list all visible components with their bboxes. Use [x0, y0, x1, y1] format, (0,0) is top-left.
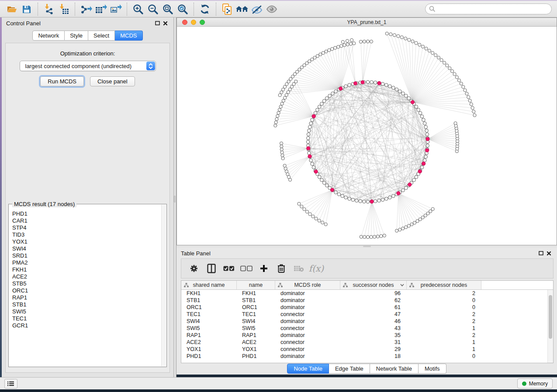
table-scrollbar-thumb[interactable] — [549, 295, 552, 339]
network-node[interactable] — [397, 34, 400, 38]
network-node[interactable] — [320, 179, 324, 182]
network-node[interactable] — [401, 227, 405, 230]
network-node[interactable] — [417, 108, 420, 112]
close-panel-button[interactable]: Close panel — [90, 76, 135, 86]
mcds-result-item[interactable]: SRD1 — [12, 252, 161, 259]
network-node[interactable] — [398, 228, 401, 231]
network-node[interactable] — [374, 199, 377, 203]
dominator-node[interactable] — [370, 199, 374, 203]
network-node[interactable] — [288, 88, 291, 91]
table-scrollbar[interactable] — [547, 290, 553, 363]
network-node[interactable] — [334, 191, 338, 194]
tab-network-table[interactable]: Network Table — [370, 364, 419, 374]
network-node[interactable] — [385, 197, 388, 200]
network-node[interactable] — [410, 223, 413, 226]
dominator-node[interactable] — [408, 183, 412, 186]
column-header-predecessor-nodes[interactable]: predecessor nodes — [407, 281, 481, 289]
dominator-node[interactable] — [339, 87, 343, 90]
table-row[interactable]: ORC1ORC1dominator610 — [181, 304, 553, 311]
column-header-name[interactable]: name — [237, 281, 275, 289]
network-node[interactable] — [314, 111, 317, 115]
network-node[interactable] — [411, 40, 414, 43]
network-node[interactable] — [415, 41, 418, 45]
close-panel-icon[interactable] — [161, 20, 169, 27]
network-node[interactable] — [306, 137, 310, 140]
network-node[interactable] — [471, 107, 474, 110]
network-node[interactable] — [318, 175, 321, 179]
splitter-grip[interactable] — [174, 196, 176, 203]
network-node[interactable] — [421, 45, 424, 48]
network-node[interactable] — [455, 76, 458, 79]
network-node[interactable] — [420, 166, 424, 169]
network-node[interactable] — [275, 117, 278, 120]
network-node[interactable] — [437, 56, 440, 59]
network-node[interactable] — [370, 235, 373, 238]
mcds-list-scrollbar[interactable] — [161, 205, 166, 366]
network-node[interactable] — [331, 92, 335, 95]
network-node[interactable] — [337, 193, 341, 196]
mcds-result-item[interactable]: SWI4 — [12, 245, 161, 252]
network-node[interactable] — [407, 96, 411, 100]
network-node[interactable] — [280, 151, 284, 154]
tab-edge-table[interactable]: Edge Table — [329, 364, 370, 374]
network-node[interactable] — [308, 151, 311, 155]
network-node[interactable] — [344, 85, 348, 88]
dominator-node[interactable] — [422, 162, 425, 165]
network-node[interactable] — [311, 118, 314, 122]
hide-selected-icon[interactable] — [249, 2, 264, 16]
first-neighbors-icon[interactable] — [235, 2, 249, 16]
network-node[interactable] — [344, 196, 348, 199]
export-network-icon[interactable] — [79, 2, 93, 16]
network-node[interactable] — [349, 42, 352, 45]
network-node[interactable] — [340, 45, 343, 48]
window-minimize-button[interactable] — [191, 20, 196, 25]
run-mcds-button[interactable]: Run MCDS — [40, 76, 84, 86]
table-row[interactable]: SWI4SWI4dominator462 — [181, 318, 553, 325]
network-node[interactable] — [464, 89, 467, 92]
table-row[interactable]: YOX1YOX1connector291 — [181, 346, 553, 353]
delete-column-icon[interactable] — [275, 261, 288, 276]
table-settings-icon[interactable] — [187, 261, 201, 276]
network-node[interactable] — [311, 215, 315, 218]
network-node[interactable] — [423, 122, 426, 125]
network-node[interactable] — [320, 102, 324, 106]
export-table-icon[interactable] — [93, 2, 108, 16]
network-node[interactable] — [360, 235, 363, 238]
network-node[interactable] — [395, 88, 398, 91]
network-node[interactable] — [300, 205, 303, 208]
network-node[interactable] — [376, 235, 379, 238]
network-node[interactable] — [366, 200, 370, 203]
network-node[interactable] — [328, 48, 331, 52]
network-node[interactable] — [383, 234, 386, 237]
column-header-mcds-role[interactable]: MCDS role — [275, 281, 340, 289]
network-node[interactable] — [298, 202, 301, 205]
table-row[interactable]: SWI5SWI5connector431 — [181, 325, 553, 332]
close-panel-icon[interactable] — [545, 250, 553, 257]
network-canvas-container[interactable] — [177, 27, 557, 245]
network-node[interactable] — [413, 221, 416, 224]
network-node[interactable] — [288, 178, 291, 181]
network-node[interactable] — [274, 121, 277, 124]
network-node[interactable] — [388, 85, 392, 88]
network-node[interactable] — [404, 226, 407, 229]
network-node[interactable] — [305, 210, 308, 213]
table-row[interactable]: ACE2ACE2connector311 — [181, 339, 553, 346]
network-node[interactable] — [311, 162, 314, 166]
network-node[interactable] — [287, 90, 290, 93]
mcds-result-item[interactable]: TID3 — [12, 231, 161, 238]
dominator-node[interactable] — [308, 155, 311, 158]
show-all-icon[interactable] — [264, 2, 279, 16]
network-node[interactable] — [472, 110, 475, 113]
mcds-result-item[interactable]: PMA2 — [12, 259, 161, 266]
network-node[interactable] — [351, 198, 355, 202]
network-node[interactable] — [468, 99, 471, 102]
column-header-successor-nodes[interactable]: successor nodes — [340, 281, 407, 289]
network-node[interactable] — [401, 189, 405, 192]
network-node[interactable] — [280, 91, 283, 94]
network-node[interactable] — [416, 220, 419, 223]
network-node[interactable] — [318, 105, 321, 109]
network-node[interactable] — [322, 52, 325, 55]
network-node[interactable] — [334, 90, 338, 93]
network-node[interactable] — [280, 148, 283, 151]
network-node[interactable] — [276, 114, 279, 117]
